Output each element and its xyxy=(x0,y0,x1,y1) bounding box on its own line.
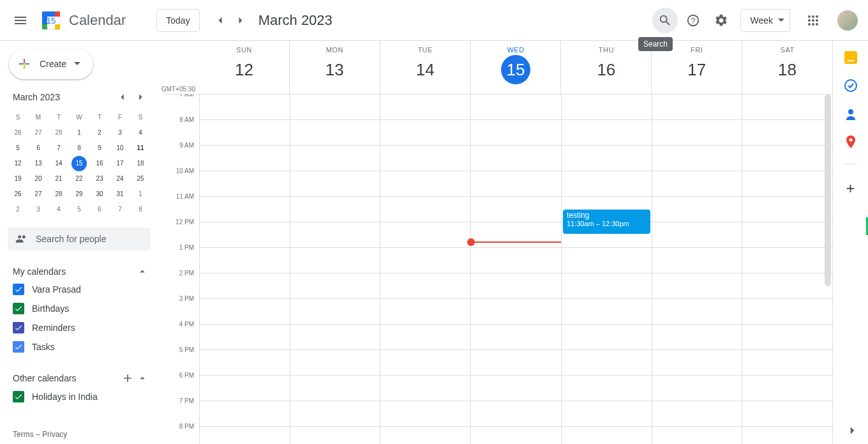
calendar-item[interactable]: Tasks xyxy=(8,337,151,356)
mini-day-cell[interactable]: 15 xyxy=(71,156,87,171)
mini-next-button[interactable] xyxy=(133,89,148,105)
search-people-input[interactable]: Search for people xyxy=(8,227,151,250)
today-button[interactable]: Today xyxy=(156,9,199,32)
day-column[interactable] xyxy=(199,95,290,444)
mini-day-cell[interactable]: 23 xyxy=(92,171,107,187)
mini-day-cell[interactable]: 27 xyxy=(31,187,46,202)
mini-day-cell[interactable]: 8 xyxy=(133,202,148,217)
day-column[interactable] xyxy=(742,95,832,444)
mini-day-cell[interactable]: 6 xyxy=(31,141,46,156)
mini-day-cell[interactable]: 3 xyxy=(31,202,46,217)
day-column[interactable] xyxy=(652,95,742,444)
add-addon-button[interactable]: + xyxy=(846,180,855,197)
mini-day-cell[interactable]: 17 xyxy=(112,156,128,171)
mini-day-cell[interactable]: 3 xyxy=(112,125,128,141)
help-button[interactable]: ? xyxy=(680,8,706,33)
calendar-checkbox[interactable] xyxy=(13,341,24,353)
svg-point-11 xyxy=(816,15,818,18)
mini-day-cell[interactable]: 13 xyxy=(31,156,46,171)
day-column[interactable]: testing11:30am – 12:30pm xyxy=(561,95,652,444)
calendar-checkbox[interactable] xyxy=(13,284,24,295)
mini-day-cell[interactable]: 10 xyxy=(112,141,128,156)
day-header[interactable]: THU16 xyxy=(560,41,651,94)
expand-panel-button[interactable] xyxy=(846,425,858,436)
search-button[interactable] xyxy=(652,8,678,33)
day-header[interactable]: TUE14 xyxy=(380,41,470,94)
grid-body[interactable]: 7 AM8 AM9 AM10 AM11 AM12 PM1 PM2 PM3 PM4… xyxy=(163,95,832,444)
add-calendar-icon[interactable] xyxy=(121,372,134,385)
mini-day-cell[interactable]: 20 xyxy=(31,171,46,187)
mini-day-cell[interactable]: 26 xyxy=(10,187,26,202)
contacts-app-icon[interactable] xyxy=(844,107,857,120)
tasks-app-icon[interactable] xyxy=(844,79,857,92)
calendar-item[interactable]: Vara Prasad xyxy=(8,280,151,299)
maps-app-icon[interactable] xyxy=(844,135,857,148)
grid-columns[interactable]: testing11:30am – 12:30pm xyxy=(199,95,832,444)
day-column[interactable] xyxy=(470,95,561,444)
terms-link[interactable]: Terms xyxy=(13,430,34,439)
calendar-item[interactable]: Reminders xyxy=(8,318,151,337)
mini-day-cell[interactable]: 25 xyxy=(133,171,148,187)
settings-button[interactable] xyxy=(708,8,734,33)
mini-day-cell[interactable]: 24 xyxy=(112,171,128,187)
mini-day-header: T xyxy=(89,110,110,125)
next-week-button[interactable] xyxy=(230,10,251,31)
mini-day-cell[interactable]: 31 xyxy=(112,187,128,202)
mini-day-cell[interactable]: 12 xyxy=(10,156,26,171)
mini-day-cell[interactable]: 1 xyxy=(71,125,87,141)
day-header[interactable]: SUN12 xyxy=(199,41,289,94)
account-avatar[interactable] xyxy=(837,10,858,31)
calendar-checkbox[interactable] xyxy=(13,303,24,314)
mini-day-cell[interactable]: 7 xyxy=(51,141,66,156)
day-column[interactable] xyxy=(380,95,470,444)
mini-prev-button[interactable] xyxy=(115,89,130,105)
mini-day-cell[interactable]: 5 xyxy=(10,141,26,156)
calendar-checkbox[interactable] xyxy=(13,322,24,333)
day-header[interactable]: SAT18 xyxy=(742,41,832,94)
mini-day-cell[interactable]: 14 xyxy=(51,156,66,171)
mini-day-cell[interactable]: 22 xyxy=(71,171,87,187)
mini-day-cell[interactable]: 7 xyxy=(112,202,128,217)
prev-week-button[interactable] xyxy=(210,10,230,31)
apps-button[interactable] xyxy=(800,8,826,33)
mini-day-cell[interactable]: 29 xyxy=(71,187,87,202)
other-calendars-toggle[interactable]: Other calendars xyxy=(8,369,151,387)
scrollbar[interactable] xyxy=(825,95,831,286)
time-label: 11 AM xyxy=(163,193,199,218)
calendar-checkbox[interactable] xyxy=(13,391,24,402)
mini-day-cell[interactable]: 4 xyxy=(51,202,66,217)
keep-app-icon[interactable] xyxy=(844,51,857,64)
mini-day-cell[interactable]: 28 xyxy=(51,187,66,202)
calendar-event[interactable]: testing11:30am – 12:30pm xyxy=(563,210,650,234)
mini-day-cell[interactable]: 16 xyxy=(92,156,107,171)
mini-day-cell[interactable]: 28 xyxy=(51,125,66,141)
plus-multicolor-icon xyxy=(17,56,32,72)
mini-day-cell[interactable]: 5 xyxy=(71,202,87,217)
mini-day-cell[interactable]: 30 xyxy=(92,187,107,202)
mini-day-cell[interactable]: 2 xyxy=(92,125,107,141)
calendar-item[interactable]: Birthdays xyxy=(8,299,151,318)
mini-day-header: S xyxy=(8,110,28,125)
mini-day-cell[interactable]: 21 xyxy=(51,171,66,187)
day-header[interactable]: MON13 xyxy=(289,41,380,94)
mini-day-cell[interactable]: 26 xyxy=(10,125,26,141)
main-menu-button[interactable] xyxy=(5,5,36,36)
mini-day-cell[interactable]: 11 xyxy=(133,141,148,156)
mini-day-cell[interactable]: 2 xyxy=(10,202,26,217)
day-header[interactable]: WED15 xyxy=(470,41,561,94)
mini-day-cell[interactable]: 8 xyxy=(71,141,87,156)
privacy-link[interactable]: Privacy xyxy=(42,430,67,439)
create-button[interactable]: Create xyxy=(9,49,93,79)
mini-day-cell[interactable]: 18 xyxy=(133,156,148,171)
mini-day-cell[interactable]: 19 xyxy=(10,171,26,187)
mini-day-cell[interactable]: 9 xyxy=(92,141,107,156)
mini-day-cell[interactable]: 6 xyxy=(92,202,107,217)
chevron-up-icon xyxy=(137,372,148,384)
mini-day-cell[interactable]: 27 xyxy=(31,125,46,141)
mini-day-cell[interactable]: 1 xyxy=(133,187,148,202)
my-calendars-toggle[interactable]: My calendars xyxy=(8,263,151,280)
view-selector[interactable]: Week xyxy=(740,9,790,32)
calendar-item[interactable]: Holidays in India xyxy=(8,387,151,406)
day-column[interactable] xyxy=(290,95,380,444)
mini-day-cell[interactable]: 4 xyxy=(133,125,148,141)
